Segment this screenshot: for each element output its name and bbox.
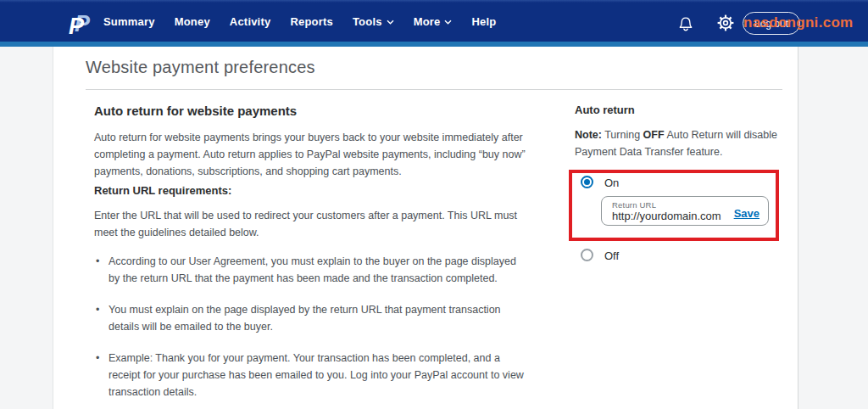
requirements-list: According to our User Agreement, you mus… xyxy=(94,253,526,409)
title-divider xyxy=(86,89,782,90)
nav-item-more[interactable]: More xyxy=(414,15,453,28)
nav-item-reports[interactable]: Reports xyxy=(290,15,333,28)
auto-return-note: Note: Turning OFF Auto Return will disab… xyxy=(575,126,791,160)
return-url-field-group: Return URL Save xyxy=(601,196,769,226)
auto-return-off-radio[interactable] xyxy=(581,249,593,261)
requirement-item: According to our User Agreement, you mus… xyxy=(94,253,526,287)
nav-item-activity[interactable]: Activity xyxy=(230,15,271,28)
nav-item-money[interactable]: Money xyxy=(175,15,210,28)
page-title: Website payment preferences xyxy=(86,58,315,77)
auto-return-section-title: Auto return for website payments xyxy=(94,104,297,118)
nav-menu: Summary Money Activity Reports Tools Mor… xyxy=(103,0,496,42)
chevron-down-icon xyxy=(387,20,394,25)
radio-selected-dot xyxy=(584,179,590,185)
paypal-settings-page: P P Summary Money Activity Reports Tools… xyxy=(0,0,868,409)
chevron-down-icon xyxy=(444,20,452,25)
top-navbar: P P Summary Money Activity Reports Tools… xyxy=(0,0,868,47)
requirement-item: You must explain on the page displayed b… xyxy=(94,301,526,335)
auto-return-on-label: On xyxy=(604,176,619,189)
paypal-logo-icon[interactable]: P P xyxy=(66,9,92,38)
auto-return-setting-title: Auto return xyxy=(575,104,635,116)
auto-return-on-radio[interactable] xyxy=(581,176,593,188)
nav-item-summary[interactable]: Summary xyxy=(103,15,155,28)
auto-return-off-label: Off xyxy=(604,249,619,262)
requirement-item: Example: Thank you for your payment. You… xyxy=(94,350,526,401)
settings-gear-icon[interactable] xyxy=(715,13,736,33)
return-url-requirements-title: Return URL requirements: xyxy=(94,184,231,197)
return-url-input[interactable] xyxy=(612,209,724,223)
save-button[interactable]: Save xyxy=(734,207,760,220)
nav-item-help[interactable]: Help xyxy=(471,15,496,28)
return-url-requirements-intro: Enter the URL that will be used to redir… xyxy=(94,207,522,241)
content-card: Website payment preferences Auto return … xyxy=(53,47,798,409)
logout-button[interactable]: Log out xyxy=(743,12,800,35)
notifications-bell-icon[interactable] xyxy=(676,14,695,34)
paypal-logo-front-p: P xyxy=(69,14,85,38)
nav-item-tools[interactable]: Tools xyxy=(353,15,394,28)
auto-return-intro: Auto return for website payments brings … xyxy=(94,129,533,180)
